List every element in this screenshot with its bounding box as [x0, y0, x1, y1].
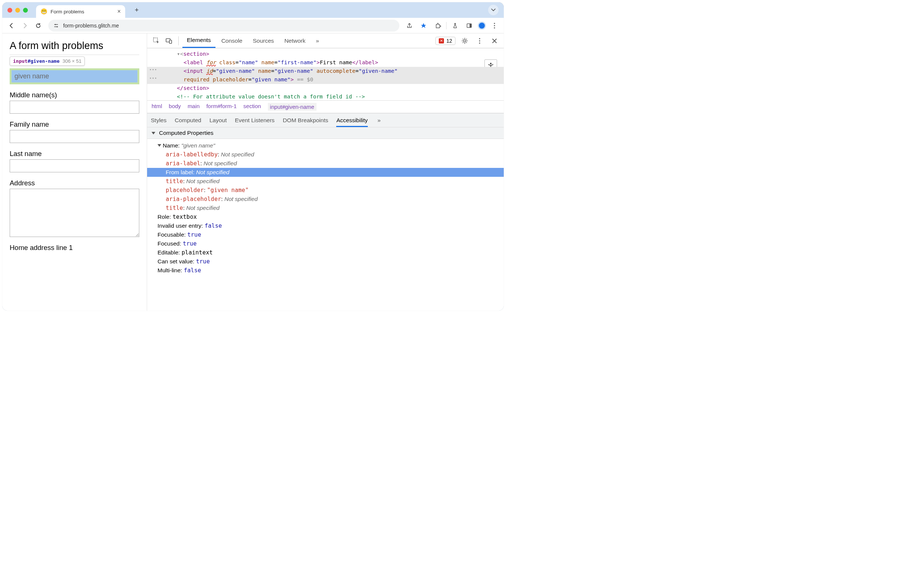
- tab-sources[interactable]: Sources: [249, 34, 279, 48]
- browser-tab[interactable]: 😬 Form problems ×: [36, 5, 125, 18]
- home-address-group: Home address line 1: [10, 244, 139, 252]
- svg-point-4: [494, 23, 495, 24]
- settings-icon[interactable]: [459, 35, 470, 47]
- webpage-content: A form with problems input#given-name306…: [2, 34, 147, 310]
- profile-avatar[interactable]: [478, 21, 486, 30]
- section-header[interactable]: Computed Properties: [147, 127, 504, 139]
- prop-title: title: Not specified: [152, 177, 499, 186]
- tab-event-listeners[interactable]: Event Listeners: [235, 117, 275, 124]
- back-button[interactable]: [6, 20, 17, 31]
- browser-window: 😬 Form problems × + form-problems.glitch…: [2, 2, 504, 310]
- code-line: </section>: [147, 84, 504, 92]
- more-icon[interactable]: [474, 35, 485, 47]
- page-title: A form with problems: [10, 40, 139, 55]
- code-line: <label for class="name" name="first-name…: [147, 58, 504, 67]
- address-textarea[interactable]: [10, 189, 139, 237]
- tab-elements[interactable]: Elements: [183, 34, 215, 48]
- extensions-icon[interactable]: [432, 20, 443, 31]
- svg-point-12: [479, 40, 480, 41]
- name-property[interactable]: Name: "given name": [152, 141, 499, 150]
- tooltip-tag: input: [13, 58, 27, 64]
- tab-computed[interactable]: Computed: [175, 117, 201, 124]
- elements-breadcrumb: html body main form#form-1 section input…: [147, 100, 504, 113]
- crumb-form[interactable]: form#form-1: [206, 103, 237, 111]
- last-name-input[interactable]: [10, 159, 139, 172]
- prop-from-label-highlighted[interactable]: From label: Not specified: [147, 168, 504, 177]
- device-toggle-icon[interactable]: [163, 35, 175, 47]
- close-tab-icon[interactable]: ×: [117, 8, 121, 15]
- minimize-window-icon[interactable]: [15, 8, 20, 13]
- inspect-element-icon[interactable]: [151, 35, 162, 47]
- prop-title2: title: Not specified: [152, 204, 499, 212]
- sidebar-tabs: Styles Computed Layout Event Listeners D…: [147, 113, 504, 127]
- tab-console[interactable]: Console: [217, 34, 247, 48]
- tab-dom-breakpoints[interactable]: DOM Breakpoints: [283, 117, 328, 124]
- error-count-badge[interactable]: ✕ 12: [435, 37, 456, 45]
- content-area: A form with problems input#given-name306…: [2, 34, 504, 310]
- maximize-window-icon[interactable]: [23, 8, 28, 13]
- labs-icon[interactable]: [449, 20, 461, 31]
- crumb-html[interactable]: html: [152, 103, 162, 111]
- svg-point-6: [494, 27, 495, 28]
- forward-button[interactable]: [19, 20, 31, 31]
- toolbar-actions: [404, 20, 500, 31]
- crumb-input[interactable]: input#given-name: [268, 103, 317, 111]
- tab-divider: [178, 36, 179, 45]
- toolbar-divider: [446, 22, 446, 29]
- code-line: <!-- For attribute value doesn't match a…: [147, 92, 504, 100]
- prop-invalid: Invalid user entry: false: [152, 221, 499, 230]
- menu-icon[interactable]: [489, 20, 500, 31]
- address-bar[interactable]: form-problems.glitch.me: [48, 20, 399, 32]
- code-line-selected[interactable]: required placeholder="given name"> == $0: [147, 75, 504, 84]
- share-icon[interactable]: [404, 20, 415, 31]
- crumb-section[interactable]: section: [243, 103, 261, 111]
- bookmark-icon[interactable]: [418, 20, 429, 31]
- browser-toolbar: form-problems.glitch.me: [2, 18, 504, 34]
- tab-strip: 😬 Form problems × +: [2, 2, 504, 18]
- error-icon: ✕: [439, 38, 444, 44]
- tooltip-dimensions: 306 × 51: [62, 58, 81, 64]
- svg-point-5: [494, 25, 495, 26]
- prop-role: Role: textbox: [152, 212, 499, 221]
- tab-layout[interactable]: Layout: [210, 117, 227, 124]
- side-panel-icon[interactable]: [464, 20, 475, 31]
- close-window-icon[interactable]: [7, 8, 12, 13]
- crumb-body[interactable]: body: [169, 103, 181, 111]
- code-line-selected[interactable]: <input id="given-name" name="given-name"…: [147, 67, 504, 75]
- prop-multiline: Multi-line: false: [152, 266, 499, 275]
- crumb-main[interactable]: main: [187, 103, 200, 111]
- prop-editable: Editable: plaintext: [152, 248, 499, 257]
- tab-dropdown-button[interactable]: [488, 5, 499, 15]
- svg-point-14: [490, 63, 491, 64]
- family-name-input[interactable]: [10, 130, 139, 143]
- svg-rect-9: [170, 40, 171, 44]
- reload-button[interactable]: [33, 20, 44, 31]
- close-devtools-icon[interactable]: [489, 35, 500, 47]
- svg-point-11: [479, 38, 480, 39]
- site-settings-icon[interactable]: [53, 23, 60, 29]
- middle-name-input[interactable]: [10, 101, 139, 114]
- tab-network[interactable]: Network: [280, 34, 310, 48]
- family-name-group: Family name: [10, 120, 139, 143]
- svg-rect-3: [470, 24, 472, 27]
- tab-styles[interactable]: Styles: [151, 117, 166, 124]
- highlighted-input[interactable]: given name: [10, 68, 139, 84]
- error-count: 12: [446, 38, 452, 44]
- prop-aria-labelledby: aria-labelledby: Not specified: [152, 150, 499, 159]
- given-name-placeholder: given name: [11, 70, 137, 82]
- sidebar-overflow[interactable]: »: [377, 117, 381, 124]
- tab-accessibility[interactable]: Accessibility: [336, 114, 367, 127]
- address-group: Address: [10, 179, 139, 239]
- elements-tree[interactable]: ▾<section> <label for class="name" name=…: [147, 48, 504, 100]
- middle-name-label: Middle name(s): [10, 91, 139, 99]
- svg-point-10: [464, 40, 466, 42]
- tab-overflow[interactable]: »: [311, 34, 323, 48]
- last-name-label: Last name: [10, 150, 139, 158]
- element-inspect-tooltip: input#given-name306 × 51: [10, 57, 85, 66]
- new-tab-button[interactable]: +: [131, 5, 142, 16]
- svg-point-13: [479, 42, 480, 44]
- middle-name-group: Middle name(s): [10, 91, 139, 114]
- prop-aria-label: aria-label: Not specified: [152, 159, 499, 168]
- home-address-label: Home address line 1: [10, 244, 139, 252]
- devtools-toolbar-right: ✕ 12: [435, 35, 500, 47]
